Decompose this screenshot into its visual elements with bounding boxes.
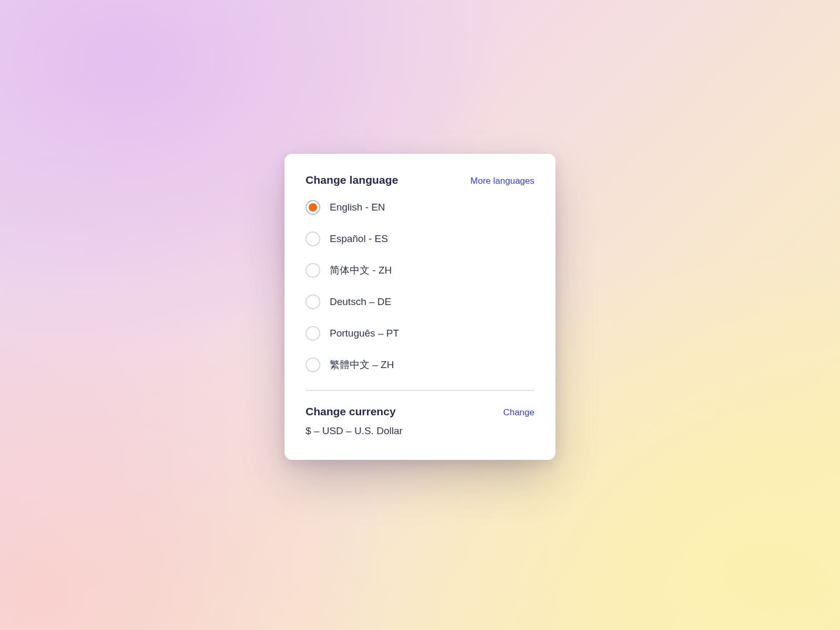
language-option-portugues[interactable]: Português – PT — [306, 326, 534, 341]
language-option-label: Español - ES — [330, 233, 388, 245]
language-option-espanol[interactable]: Español - ES — [306, 232, 534, 246]
section-divider — [306, 390, 534, 391]
radio-icon — [306, 263, 320, 278]
language-header: Change language More languages — [306, 174, 534, 186]
currency-header: Change currency Change — [306, 405, 534, 418]
radio-icon — [306, 358, 320, 372]
language-option-english[interactable]: English - EN — [306, 200, 534, 215]
radio-icon — [306, 326, 320, 341]
settings-card: Change language More languages English -… — [285, 154, 555, 460]
language-option-label: Português – PT — [330, 328, 399, 339]
radio-icon — [306, 295, 320, 309]
language-option-traditional-chinese[interactable]: 繁體中文 – ZH — [306, 358, 534, 372]
language-option-label: 简体中文 - ZH — [330, 264, 392, 277]
more-languages-link[interactable]: More languages — [470, 176, 534, 186]
radio-icon — [306, 200, 320, 215]
change-currency-link[interactable]: Change — [503, 407, 534, 418]
currency-title: Change currency — [306, 405, 396, 418]
language-option-label: Deutsch – DE — [330, 296, 391, 308]
language-option-label: English - EN — [330, 202, 385, 213]
language-option-label: 繁體中文 – ZH — [330, 358, 394, 372]
radio-icon — [306, 232, 320, 246]
language-option-list: English - EN Español - ES 简体中文 - ZH Deut… — [306, 200, 534, 372]
language-option-simplified-chinese[interactable]: 简体中文 - ZH — [306, 263, 534, 278]
currency-current-value: $ – USD – U.S. Dollar — [306, 425, 534, 437]
language-option-deutsch[interactable]: Deutsch – DE — [306, 295, 534, 309]
language-title: Change language — [306, 174, 398, 186]
